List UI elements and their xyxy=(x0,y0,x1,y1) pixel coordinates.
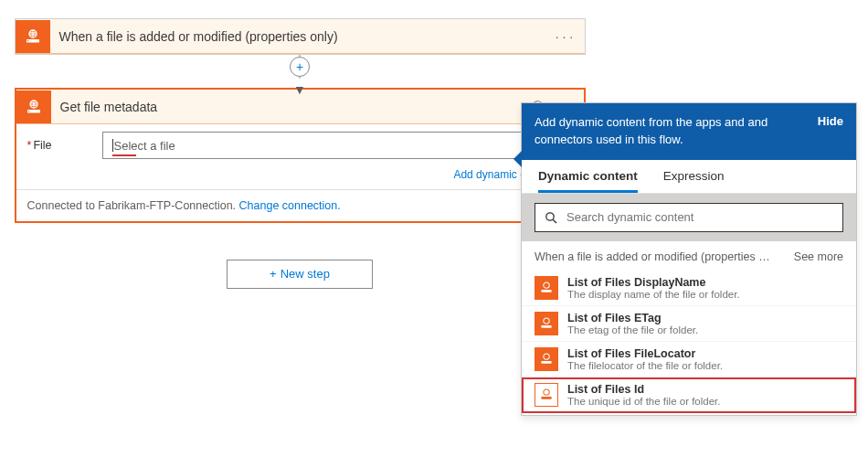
svg-point-14 xyxy=(544,389,549,395)
svg-point-12 xyxy=(544,354,549,359)
trigger-header: When a file is added or modified (proper… xyxy=(16,19,585,54)
ftp-connector-icon xyxy=(16,20,50,53)
callout-pointer xyxy=(513,151,522,167)
tab-dynamic-content[interactable]: Dynamic content xyxy=(538,169,638,193)
dc-item-title: List of Files ETag xyxy=(567,312,843,324)
ftp-connector-icon xyxy=(16,90,51,123)
dc-item-desc: The unique id of the file or folder. xyxy=(567,396,843,407)
dc-item-title: List of Files FileLocator xyxy=(567,347,843,360)
svg-rect-15 xyxy=(541,397,551,399)
ftp-item-icon xyxy=(535,347,558,371)
svg-rect-13 xyxy=(541,361,551,364)
see-more-link[interactable]: See more xyxy=(794,250,843,263)
search-icon xyxy=(545,211,557,224)
action-title: Get file metadata xyxy=(60,100,525,114)
svg-line-7 xyxy=(553,219,556,223)
svg-rect-11 xyxy=(541,325,551,328)
dc-item-etag[interactable]: List of Files ETag The etag of the file … xyxy=(522,306,856,342)
file-input[interactable]: Select a file xyxy=(102,132,573,159)
add-dynamic-content-link[interactable]: Add dynamic content+ xyxy=(16,165,584,189)
dc-item-title: List of Files DisplayName xyxy=(567,276,843,289)
action-card[interactable]: Get file metadata ⓘ · · · *File Select a… xyxy=(15,88,586,223)
svg-point-10 xyxy=(544,318,549,324)
ftp-item-icon xyxy=(535,276,558,300)
file-input-placeholder: Select a file xyxy=(114,139,175,153)
connection-status: Connected to Fabrikam-FTP-Connection. Ch… xyxy=(16,189,584,221)
ftp-item-icon xyxy=(535,383,558,407)
trigger-menu-icon[interactable]: · · · xyxy=(552,29,577,44)
plus-icon: + xyxy=(270,267,277,281)
dc-item-desc: The display name of the file or folder. xyxy=(567,289,843,300)
hide-panel-link[interactable]: Hide xyxy=(818,114,843,128)
new-step-button[interactable]: + New step xyxy=(227,260,373,289)
dc-item-displayname[interactable]: List of Files DisplayName The display na… xyxy=(522,271,856,306)
add-step-plus-button[interactable]: + xyxy=(290,57,310,77)
dc-tabs: Dynamic content Expression xyxy=(522,160,856,194)
dc-item-desc: The etag of the file or folder. xyxy=(567,324,843,335)
arrow-down-icon: ▼ xyxy=(293,82,306,97)
svg-rect-5 xyxy=(28,111,29,112)
trigger-title: When a file is added or modified (proper… xyxy=(59,29,552,44)
dc-item-filelocator[interactable]: List of Files FileLocator The filelocato… xyxy=(522,342,856,377)
svg-point-6 xyxy=(546,212,554,219)
svg-rect-9 xyxy=(541,290,551,292)
dc-item-desc: The filelocator of the file or folder. xyxy=(567,360,843,371)
file-field-label: *File xyxy=(27,139,95,152)
tab-expression[interactable]: Expression xyxy=(663,169,725,193)
dc-item-id[interactable]: List of Files Id The unique id of the fi… xyxy=(522,377,856,413)
dc-panel-header: Add dynamic content from the apps and an… xyxy=(522,103,856,160)
dc-item-title: List of Files Id xyxy=(567,383,843,396)
dc-section-header: When a file is added or modified (proper… xyxy=(522,241,856,271)
svg-point-8 xyxy=(544,282,549,288)
ftp-item-icon xyxy=(535,312,558,335)
svg-rect-2 xyxy=(27,40,28,41)
dc-search-box[interactable] xyxy=(535,203,843,232)
dynamic-content-panel: Add dynamic content from the apps and an… xyxy=(521,102,857,416)
change-connection-link[interactable]: Change connection. xyxy=(239,199,341,212)
dc-search-input[interactable] xyxy=(566,210,833,224)
trigger-card[interactable]: When a file is added or modified (proper… xyxy=(15,18,586,55)
